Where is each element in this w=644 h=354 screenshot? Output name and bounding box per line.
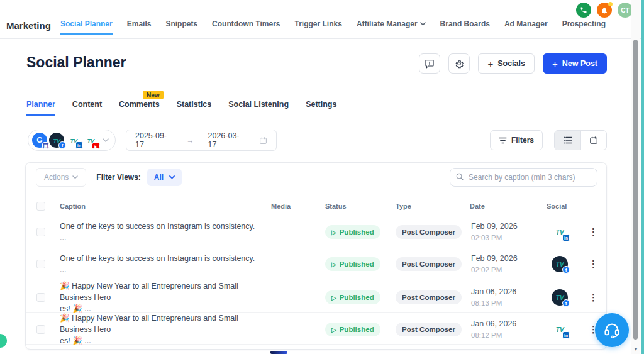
- linkedin-badge-icon: in: [562, 234, 570, 241]
- nav-tab-brand-boards[interactable]: Brand Boards: [440, 19, 490, 35]
- search-input[interactable]: [450, 168, 597, 187]
- status-cell: ▷Published: [320, 290, 391, 304]
- feedback-button[interactable]: [419, 53, 440, 74]
- list-controls: Actions Filter Views: All: [26, 163, 606, 192]
- column-header-media: Media: [266, 202, 320, 210]
- social-avatar-facebook: TV f: [552, 289, 568, 306]
- list-view-button[interactable]: [555, 131, 580, 150]
- nav-tab-countdown-timers[interactable]: Countdown Timers: [212, 19, 280, 35]
- scrollbar-down-arrow[interactable]: ▾: [631, 346, 640, 352]
- tab-statistics[interactable]: Statistics: [177, 100, 212, 116]
- calendar-view-icon: [589, 136, 598, 145]
- tab-planner[interactable]: Planner: [26, 100, 55, 116]
- post-row[interactable]: One of the keys to success on Instagram …: [26, 248, 606, 280]
- chevron-down-icon: [420, 22, 426, 26]
- gear-icon: [454, 58, 464, 69]
- tab-social-listening[interactable]: Social Listening: [228, 100, 289, 116]
- filters-button[interactable]: Filters: [490, 130, 543, 150]
- row-checkbox[interactable]: [36, 325, 45, 334]
- date-cell: Jan 06, 2026 08:13 PM: [465, 286, 539, 309]
- column-header-status: Status: [320, 202, 391, 210]
- type-cell: Post Composer: [391, 225, 465, 239]
- new-post-button[interactable]: + New Post: [543, 53, 607, 74]
- page-header-actions: + Socials + New Post: [419, 53, 607, 74]
- select-all-checkbox[interactable]: [36, 202, 45, 211]
- post-row[interactable]: 🎉 Happy New Year to all Entrepreneurs an…: [26, 280, 606, 313]
- chevron-down-icon: [72, 175, 78, 179]
- published-icon: ▷: [331, 326, 336, 333]
- arrow-right-icon: →: [187, 136, 194, 145]
- post-row[interactable]: 🎉 Happy New Year to all Entrepreneurs an…: [26, 313, 606, 345]
- calendar-view-button[interactable]: [580, 131, 606, 150]
- social-avatar-linkedin: TV in: [552, 224, 568, 240]
- tab-content[interactable]: Content: [72, 100, 102, 116]
- window-edge-strip: [641, 0, 644, 354]
- google-business-badge-icon: ▣: [42, 142, 49, 149]
- date-start-value[interactable]: 2025-09-17: [135, 131, 173, 149]
- status-cell: ▷Published: [320, 225, 391, 239]
- row-checkbox[interactable]: [36, 260, 45, 268]
- pagination-indicator-partial[interactable]: [270, 351, 287, 354]
- phone-icon: [580, 6, 587, 14]
- tab-settings[interactable]: Settings: [306, 100, 336, 116]
- nav-tab-trigger-links[interactable]: Trigger Links: [295, 19, 342, 35]
- linkedin-account-avatar: TV in: [66, 133, 81, 148]
- nav-tab-emails[interactable]: Emails: [127, 19, 152, 35]
- row-checkbox[interactable]: [36, 293, 45, 302]
- post-row[interactable]: One of the keys to success on Instagram …: [26, 216, 606, 248]
- column-header-caption: Caption: [55, 202, 266, 210]
- posts-list-card: Actions Filter Views: All Caption Media …: [25, 162, 607, 350]
- row-menu-button[interactable]: ⋮: [584, 289, 603, 306]
- youtube-badge-icon: ▶: [92, 143, 100, 149]
- row-checkbox[interactable]: [36, 228, 45, 236]
- row-menu-button[interactable]: ⋮: [584, 256, 603, 272]
- linkedin-badge-icon: in: [75, 141, 83, 149]
- chevron-down-icon: [169, 175, 175, 179]
- scrollbar-thumb[interactable]: [633, 40, 638, 340]
- column-header-date: Date: [465, 202, 539, 210]
- status-badge: ▷Published: [325, 257, 380, 271]
- facebook-badge-icon: f: [58, 141, 66, 149]
- nav-tab-affiliate-manager[interactable]: Affiliate Manager: [357, 19, 426, 35]
- nav-tab-prospecting[interactable]: Prospecting: [562, 19, 606, 35]
- notifications-button[interactable]: [597, 3, 612, 18]
- post-caption: 🎉 Happy New Year to all Entrepreneurs an…: [55, 313, 266, 346]
- date-range-picker[interactable]: 2025-09-17 → 2026-03-17: [126, 130, 277, 151]
- post-caption: One of the keys to success on Instagram …: [55, 221, 266, 243]
- marketing-brand-label: Marketing: [6, 20, 51, 31]
- status-badge: ▷Published: [325, 225, 380, 239]
- nav-tab-ad-manager[interactable]: Ad Manager: [504, 19, 548, 35]
- facebook-badge-icon: f: [562, 299, 570, 307]
- date-end-value[interactable]: 2026-03-17: [208, 131, 246, 149]
- connected-accounts-selector[interactable]: G ▣ TV f TV in TV ▶: [28, 130, 116, 151]
- social-avatar-linkedin: TV in: [552, 321, 568, 338]
- date-cell: Feb 09, 2026 02:03 PM: [465, 221, 539, 243]
- row-menu-button[interactable]: ⋮: [584, 224, 603, 240]
- planner-toolbar: G ▣ TV f TV in TV ▶ 2025-09-17 → 2026-03…: [28, 130, 607, 151]
- page-title: Social Planner: [26, 54, 126, 71]
- type-badge: Post Composer: [396, 323, 462, 336]
- published-icon: ▷: [331, 261, 336, 268]
- type-badge: Post Composer: [396, 257, 462, 271]
- nav-tab-snippets[interactable]: Snippets: [165, 19, 197, 35]
- actions-dropdown[interactable]: Actions: [36, 168, 86, 187]
- scrollbar[interactable]: ▾: [631, 0, 640, 354]
- search-icon: [455, 172, 464, 181]
- social-cell: TV f: [539, 256, 580, 272]
- phone-button[interactable]: [576, 3, 591, 18]
- type-badge: Post Composer: [396, 290, 462, 304]
- date-cell: Feb 09, 2026 02:02 PM: [465, 253, 539, 275]
- youtube-account-avatar: TV ▶: [83, 133, 98, 148]
- table-header: Caption Media Status Type Date Social: [26, 196, 606, 216]
- support-button[interactable]: [595, 313, 629, 347]
- side-widget-button[interactable]: [0, 334, 7, 348]
- published-icon: ▷: [331, 229, 336, 236]
- bell-icon: [601, 6, 608, 14]
- tab-comments[interactable]: New Comments: [119, 100, 160, 116]
- nav-tab-social-planner[interactable]: Social Planner: [60, 19, 113, 35]
- post-caption: One of the keys to success on Instagram …: [55, 253, 266, 275]
- filter-views-dropdown[interactable]: All: [147, 169, 182, 186]
- settings-button[interactable]: [448, 53, 470, 74]
- add-socials-button[interactable]: + Socials: [478, 53, 535, 74]
- social-cell: TV in: [539, 224, 580, 240]
